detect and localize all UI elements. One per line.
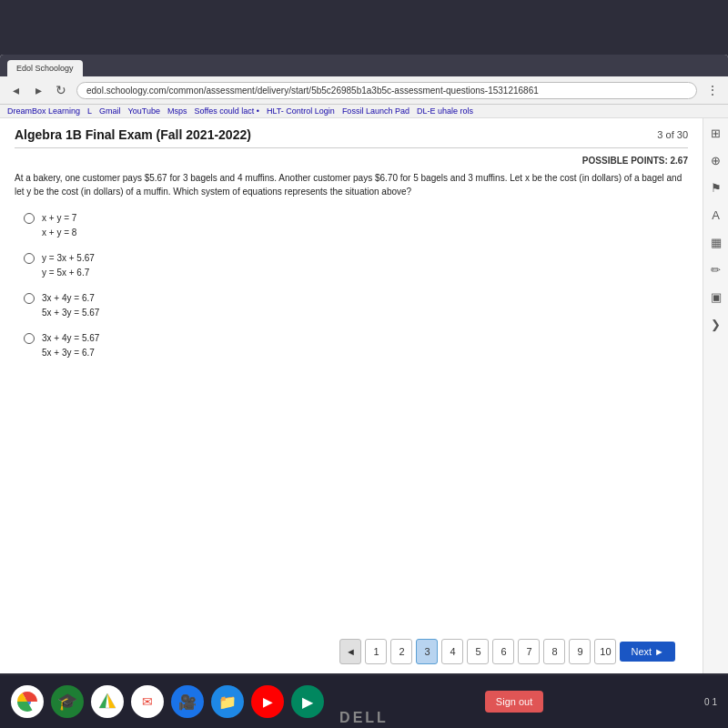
page-8-button[interactable]: 8 [543,639,565,664]
radio-b[interactable] [24,253,35,264]
page-6-button[interactable]: 6 [492,639,514,664]
sidebar-icon-calc[interactable]: ▣ [707,288,725,306]
taskbar-chrome-icon[interactable] [11,685,44,718]
sidebar-icon-a[interactable]: A [707,206,725,224]
page-2-button[interactable]: 2 [390,639,412,664]
next-button[interactable]: Next ► [620,642,675,662]
reload-button[interactable]: ↻ [51,80,71,100]
browser-toolbar: ◂ ▸ ↻ edol.schoology.com/common/assessme… [0,76,728,105]
page-3-button[interactable]: 3 [416,639,438,664]
option-c-text: 3x + 4y = 6.7 5x + 3y = 5.67 [42,291,99,320]
sidebar-icon-flag[interactable]: ⚑ [707,178,725,197]
address-bar[interactable]: edol.schoology.com/common/assessment/del… [76,82,697,99]
prev-page-button[interactable]: ◄ [339,639,361,664]
question-text: At a bakery, one customer pays $5.67 for… [15,171,688,198]
back-button[interactable]: ◂ [5,80,25,100]
option-b-text: y = 3x + 5.67 y = 5x + 6.7 [42,251,95,280]
page-content: Algebra 1B Final Exam (Fall 2021-2022) 3… [0,118,728,673]
answer-choices: x + y = 7 x + y = 8 y = 3x + 5.67 y = 5x… [24,211,688,360]
taskbar-time: 0 1 [704,697,717,707]
option-a-text: x + y = 7 x + y = 8 [42,211,76,240]
taskbar-gmail-icon[interactable]: ✉ [131,685,164,718]
desktop: Edol Schoology ◂ ▸ ↻ edol.schoology.com/… [0,0,728,728]
forward-button[interactable]: ▸ [28,80,48,100]
option-d-text: 3x + 4y = 5.67 5x + 3y = 6.7 [42,331,99,360]
active-tab[interactable]: Edol Schoology [7,60,83,76]
taskbar-right: 0 1 [704,697,717,707]
taskbar-icons: 🎓 ✉ 🎥 📁 ▶ ▶ [11,685,324,718]
option-a[interactable]: x + y = 7 x + y = 8 [24,211,688,240]
sidebar-collapse[interactable]: ❯ [707,315,725,333]
question-counter: 3 of 30 [657,129,688,140]
radio-a[interactable] [24,213,35,224]
main-area: Algebra 1B Final Exam (Fall 2021-2022) 3… [0,118,703,673]
bookmark-youtube[interactable]: YouTube [128,106,160,116]
bookmark-dl[interactable]: DL-E uhale rols [417,106,473,116]
radio-d[interactable] [24,333,35,344]
page-7-button[interactable]: 7 [518,639,540,664]
exam-title: Algebra 1B Final Exam (Fall 2021-2022) [15,127,251,142]
bookmark-l[interactable]: L [87,106,92,116]
points-line: POSSIBLE POINTS: 2.67 [15,156,688,166]
exam-header: Algebra 1B Final Exam (Fall 2021-2022) 3… [15,127,688,148]
settings-button[interactable]: ⋮ [703,80,723,100]
bookmark-msps[interactable]: Msps [167,106,187,116]
bookmark-gmail[interactable]: Gmail [99,106,121,116]
sign-out-button[interactable]: Sign out [485,691,543,713]
taskbar-classroom-icon[interactable]: 🎓 [51,685,84,718]
sidebar-icon-2[interactable]: ⊕ [707,151,725,169]
option-c[interactable]: 3x + 4y = 6.7 5x + 3y = 5.67 [24,291,688,320]
option-b[interactable]: y = 3x + 5.67 y = 5x + 6.7 [24,251,688,280]
page-9-button[interactable]: 9 [569,639,591,664]
taskbar-play-icon[interactable]: ▶ [291,685,324,718]
dell-logo: DELL [339,710,389,726]
taskbar-meet-icon[interactable]: 🎥 [171,685,204,718]
radio-c[interactable] [24,293,35,304]
right-sidebar: ⊞ ⊕ ⚑ A ▦ ✏ ▣ ❯ [703,118,728,673]
bookmark-dreambox[interactable]: DreamBox Learning [7,106,80,116]
sidebar-icon-pencil[interactable]: ✏ [707,260,725,278]
page-4-button[interactable]: 4 [441,639,463,664]
bookmark-soffes[interactable]: Soffes could lact • [194,106,259,116]
bookmark-hlt[interactable]: HLT- Control Login [267,106,335,116]
sidebar-icon-grid[interactable]: ▦ [707,233,725,251]
nav-buttons: ◂ ▸ ↻ [5,80,71,100]
browser-window: Edol Schoology ◂ ▸ ↻ edol.schoology.com/… [0,55,728,673]
option-d[interactable]: 3x + 4y = 5.67 5x + 3y = 6.7 [24,331,688,360]
browser-chrome: Edol Schoology [0,55,728,76]
bookmark-fossil[interactable]: Fossil Launch Pad [342,106,410,116]
page-1-button[interactable]: 1 [365,639,387,664]
page-5-button[interactable]: 5 [467,639,489,664]
taskbar-files-icon[interactable]: 📁 [211,685,244,718]
browser-tabs: Edol Schoology [7,60,721,76]
taskbar-youtube-icon[interactable]: ▶ [251,685,284,718]
bookmarks-bar: DreamBox Learning L Gmail YouTube Msps S… [0,105,728,118]
taskbar-drive-icon[interactable] [91,685,124,718]
page-10-button[interactable]: 10 [594,639,616,664]
pagination-bar: ◄ 1 2 3 4 5 6 7 8 9 10 Next ► [339,639,675,664]
sidebar-icon-1[interactable]: ⊞ [707,124,725,142]
